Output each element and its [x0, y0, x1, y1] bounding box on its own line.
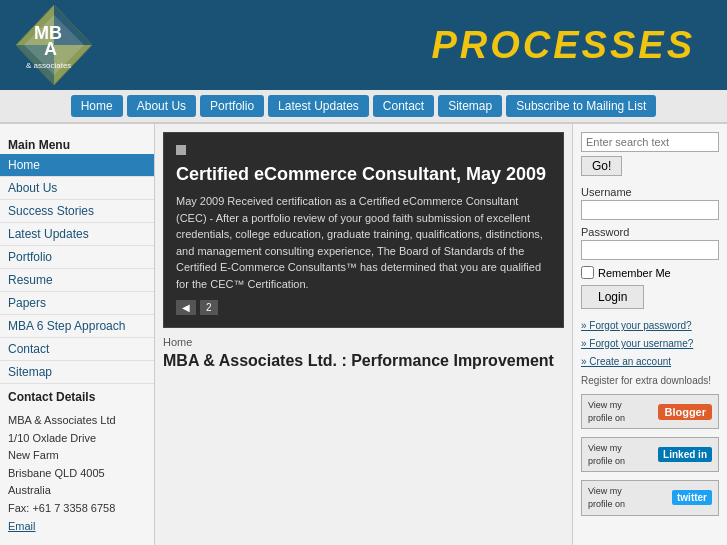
remember-me-checkbox[interactable] — [581, 266, 594, 279]
sidebar-item-home[interactable]: Home — [0, 154, 154, 177]
username-input[interactable] — [581, 200, 719, 220]
nav-home[interactable]: Home — [71, 95, 123, 117]
linkedin-button[interactable]: View my profile on Linked in — [581, 437, 719, 472]
breadcrumb: Home — [163, 336, 564, 348]
forgot-username-link[interactable]: » Forgot your username? — [581, 335, 719, 353]
nav-bar: HomeAbout UsPortfolioLatest UpdatesConta… — [0, 90, 727, 124]
twitter-button[interactable]: View my profile on twitter — [581, 480, 719, 515]
sidebar-items: HomeAbout UsSuccess StoriesLatest Update… — [0, 154, 154, 384]
contact-address: 1/10 Oxlade Drive New Farm Brisbane QLD … — [8, 430, 146, 500]
sidebar-item-resume[interactable]: Resume — [0, 269, 154, 292]
article-nav: ◀ 2 — [176, 300, 551, 315]
sidebar-item-latest-updates[interactable]: Latest Updates — [0, 223, 154, 246]
nav-portfolio[interactable]: Portfolio — [200, 95, 264, 117]
contact-email-link[interactable]: Email — [8, 520, 36, 532]
contact-fax: Fax: +61 7 3358 6758 — [8, 500, 146, 518]
skype-title: Skype Me — [0, 541, 154, 545]
forgot-password-link[interactable]: » Forgot your password? — [581, 317, 719, 335]
sidebar-item-contact[interactable]: Contact — [0, 338, 154, 361]
svg-text:A: A — [44, 39, 57, 59]
remember-me-row: Remember Me — [581, 266, 719, 279]
article-page-2-btn[interactable]: 2 — [200, 300, 218, 315]
logo-area: MB A & associates — [12, 3, 172, 88]
site-header: MB A & associates PROCESSES — [0, 0, 727, 90]
sidebar-item-about-us[interactable]: About Us — [0, 177, 154, 200]
remember-me-label: Remember Me — [598, 267, 671, 279]
nav-latest-updates[interactable]: Latest Updates — [268, 95, 369, 117]
article-icon — [176, 145, 186, 155]
linkedin-badge: Linked in — [658, 447, 712, 462]
article-prev-btn[interactable]: ◀ — [176, 300, 196, 315]
login-links: » Forgot your password? » Forgot your us… — [581, 317, 719, 371]
svg-text:& associates: & associates — [26, 61, 71, 70]
register-text: Register for extra downloads! — [581, 375, 719, 386]
password-input[interactable] — [581, 240, 719, 260]
username-label: Username — [581, 186, 719, 198]
twitter-view-text: View my profile on — [588, 485, 625, 510]
search-box: Go! — [581, 132, 719, 176]
twitter-badge: twitter — [672, 490, 712, 505]
create-account-link[interactable]: » Create an account — [581, 353, 719, 371]
contact-name: MBA & Associates Ltd — [8, 412, 146, 430]
site-title: PROCESSES — [172, 24, 715, 67]
contact-section-title: Contact Details — [0, 384, 154, 406]
right-sidebar: Go! Username Password Remember Me Login … — [572, 124, 727, 545]
nav-sitemap[interactable]: Sitemap — [438, 95, 502, 117]
sidebar-item-mba-6-step-approach[interactable]: MBA 6 Step Approach — [0, 315, 154, 338]
password-label: Password — [581, 226, 719, 238]
nav-about-us[interactable]: About Us — [127, 95, 196, 117]
sidebar-title: Main Menu — [0, 132, 154, 154]
main-layout: Main Menu HomeAbout UsSuccess StoriesLat… — [0, 124, 727, 545]
article-box: Certified eCommerce Consultant, May 2009… — [163, 132, 564, 328]
search-go-button[interactable]: Go! — [581, 156, 622, 176]
sidebar: Main Menu HomeAbout UsSuccess StoriesLat… — [0, 124, 155, 545]
blogger-badge: Blogger — [658, 404, 712, 420]
logo-icon: MB A & associates — [12, 3, 97, 88]
blogger-button[interactable]: View my profile on Blogger — [581, 394, 719, 429]
sidebar-item-sitemap[interactable]: Sitemap — [0, 361, 154, 384]
sidebar-item-portfolio[interactable]: Portfolio — [0, 246, 154, 269]
contact-details: MBA & Associates Ltd 1/10 Oxlade Drive N… — [0, 406, 154, 541]
linkedin-view-text: View my profile on — [588, 442, 625, 467]
login-button[interactable]: Login — [581, 285, 644, 309]
main-content: Certified eCommerce Consultant, May 2009… — [155, 124, 572, 545]
article-title: Certified eCommerce Consultant, May 2009 — [176, 164, 551, 185]
sidebar-item-papers[interactable]: Papers — [0, 292, 154, 315]
blogger-view-text: View my profile on — [588, 399, 625, 424]
article-body: May 2009 Received certification as a Cer… — [176, 193, 551, 292]
page-footer-title: MBA & Associates Ltd. : Performance Impr… — [163, 352, 564, 370]
login-section: Username Password Remember Me Login » Fo… — [581, 186, 719, 386]
sidebar-item-success-stories[interactable]: Success Stories — [0, 200, 154, 223]
search-input[interactable] — [581, 132, 719, 152]
nav-subscribe-to-mailing-list[interactable]: Subscribe to Mailing List — [506, 95, 656, 117]
nav-contact[interactable]: Contact — [373, 95, 434, 117]
